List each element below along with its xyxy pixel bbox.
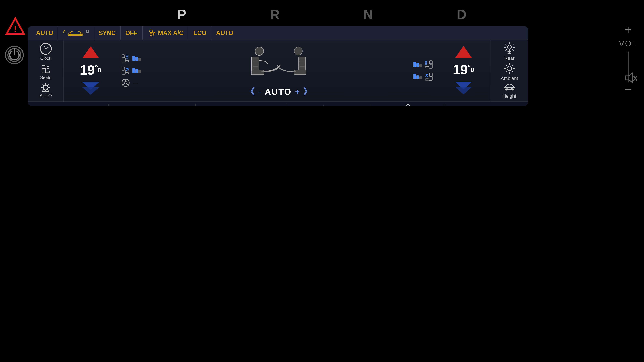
right-temp-down-button[interactable]	[454, 80, 473, 96]
svg-point-19	[43, 85, 48, 90]
seats-label: Seats	[40, 75, 51, 80]
car-mode-button[interactable]: A M	[58, 26, 94, 40]
gear-r: R	[270, 7, 280, 22]
seatbelt-button[interactable]	[398, 104, 417, 106]
fan-increase-button[interactable]: 》	[303, 86, 312, 98]
esc-off-button[interactable]: ESC OFF	[472, 106, 509, 106]
ambient-label: Ambient	[501, 76, 518, 81]
auto-sidebar-button[interactable]: AUTO	[40, 81, 52, 100]
svg-marker-68	[455, 87, 472, 94]
separator-3	[286, 104, 287, 106]
svg-line-24	[43, 85, 44, 86]
bottom-control-bar: REAR MAX REAR	[28, 101, 528, 106]
center-figure-area: 《 – AUTO + 》	[162, 40, 396, 101]
svg-text:!: !	[14, 24, 16, 34]
svg-point-90	[506, 88, 508, 90]
clock-button[interactable]: Clock	[40, 41, 52, 62]
seats-button[interactable]: Seats	[40, 62, 51, 81]
separator-4	[371, 104, 371, 106]
auto-right-button[interactable]: AUTO	[211, 26, 238, 40]
right-sidebar: Rear Ambient	[491, 40, 528, 101]
svg-line-86	[512, 71, 513, 72]
svg-marker-31	[82, 87, 99, 95]
separator-1	[108, 104, 109, 106]
svg-point-69	[508, 45, 512, 49]
parking-warning-button[interactable]: P OFF	[314, 105, 344, 106]
sync-button[interactable]: SYNC	[94, 26, 121, 40]
off-button[interactable]: OFF	[121, 26, 142, 40]
climate-main-content: 19 ° 0	[64, 40, 491, 101]
left-fan-controls: –	[118, 40, 162, 101]
heated-windshield-icon	[139, 105, 150, 106]
svg-rect-62	[429, 76, 432, 80]
height-icon	[504, 83, 515, 92]
seat-figures-container	[162, 43, 396, 84]
auto-mode-button[interactable]: AUTO	[31, 26, 58, 40]
fan-decrease-dash[interactable]: –	[258, 88, 261, 95]
svg-point-91	[511, 88, 513, 90]
sun-auto-icon	[40, 83, 51, 92]
right-temp-zone: 19 ° 0	[436, 40, 491, 101]
fan-decrease-button[interactable]: 《	[246, 86, 254, 98]
svg-point-107	[406, 104, 410, 106]
right-seat-heat-top[interactable]	[413, 60, 433, 69]
right-temp-up-button[interactable]	[454, 45, 473, 59]
left-temp-display: 19 ° 0	[80, 62, 102, 78]
svg-point-40	[124, 81, 127, 84]
gear-bar: P R N D	[136, 7, 508, 22]
seat-figures-svg	[236, 45, 321, 82]
left-temp-down-button[interactable]	[81, 80, 100, 96]
svg-rect-61	[425, 66, 429, 68]
left-steering-heat[interactable]: –	[121, 78, 137, 87]
left-sidebar: Clock Seats	[28, 40, 64, 101]
right-fan-controls	[396, 40, 436, 101]
headlight-icon	[50, 105, 59, 106]
auto-fan-control: 《 – AUTO + 》	[246, 86, 312, 98]
rear-button[interactable]: Rear	[504, 42, 515, 61]
max-ac-button[interactable]: MAX A/C	[142, 26, 188, 40]
left-temp-zone: 19 ° 0	[64, 40, 118, 101]
separator-2	[195, 104, 196, 106]
rear-lights-button[interactable]: REAR	[46, 105, 81, 106]
svg-point-48	[294, 47, 302, 55]
gear-p: P	[177, 7, 186, 22]
right-temp-display: 19 ° 0	[453, 62, 474, 77]
left-temp-up-button[interactable]	[81, 45, 100, 60]
svg-rect-50	[294, 70, 306, 75]
heated-windshield-button[interactable]: MAX	[136, 105, 168, 106]
svg-line-74	[506, 44, 506, 45]
svg-rect-64	[425, 79, 429, 80]
separator-5	[444, 104, 445, 106]
mute-icon[interactable]	[624, 71, 638, 87]
heated-rear-button[interactable]: REAR	[223, 105, 259, 106]
power-button[interactable]	[5, 46, 24, 64]
warning-triangle-icon[interactable]: !	[5, 17, 26, 35]
svg-line-26	[48, 85, 48, 86]
volume-up-button[interactable]: +	[625, 24, 632, 35]
left-seat-ventilation[interactable]	[121, 66, 141, 75]
svg-point-45	[255, 47, 263, 55]
ambient-button[interactable]: Ambient	[501, 62, 518, 81]
top-control-bar: AUTO A M SYNC OFF	[28, 26, 528, 40]
svg-marker-66	[455, 46, 472, 58]
clock-icon	[40, 43, 52, 55]
clock-label: Clock	[40, 56, 51, 61]
svg-line-76	[506, 49, 506, 50]
auto-label: AUTO	[40, 93, 52, 98]
eco-button[interactable]: ECO	[188, 26, 211, 40]
parking-warning-icon: P	[318, 105, 326, 106]
right-seat-ventilation[interactable]	[413, 72, 433, 81]
svg-point-10	[80, 34, 81, 36]
left-seat-heat-top[interactable]	[121, 54, 141, 63]
gear-d: D	[457, 7, 467, 22]
svg-line-87	[512, 65, 513, 66]
height-button[interactable]: Height	[502, 83, 516, 99]
fan-increase-plus[interactable]: +	[295, 87, 300, 96]
svg-line-85	[506, 65, 507, 66]
ambient-icon	[504, 62, 515, 74]
main-climate-panel: AUTO A M SYNC OFF	[28, 26, 528, 106]
climate-content-area: Clock Seats	[28, 40, 528, 101]
svg-point-2	[8, 49, 21, 61]
auto-mode-label: AUTO	[265, 87, 292, 97]
svg-rect-59	[429, 64, 432, 68]
